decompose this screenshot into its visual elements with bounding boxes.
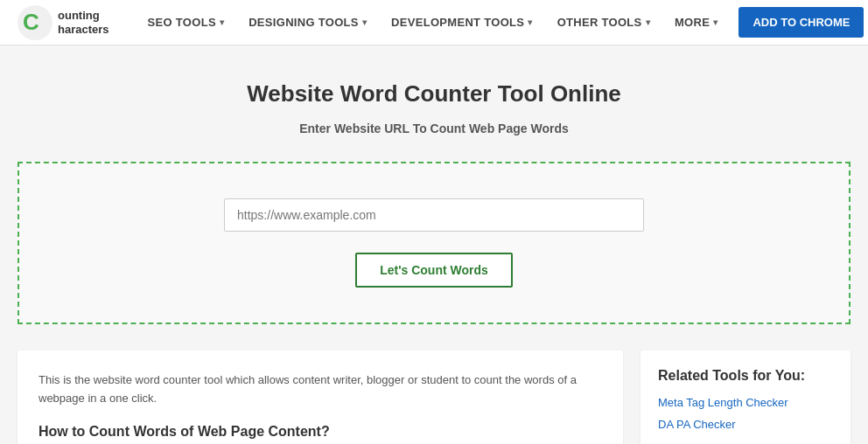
nav-more[interactable]: MORE ▾ [662,0,731,45]
sidebar-link-da-pa[interactable]: DA PA Checker [658,418,833,431]
chevron-down-icon: ▾ [362,17,367,27]
bottom-section: This is the website word counter tool wh… [0,350,868,444]
how-to-title: How to Count Words of Web Page Content? [38,424,602,440]
chevron-down-icon: ▾ [220,17,224,27]
related-tools-sidebar: Related Tools for You: Meta Tag Length C… [640,350,850,444]
hero-section: Website Word Counter Tool Online Enter W… [0,45,868,153]
header: C ounting haracters SEO TOOLS ▾ DESIGNIN… [0,0,868,45]
add-to-chrome-button[interactable]: ADD TO CHROME [738,7,864,38]
logo[interactable]: C ounting haracters [18,5,109,40]
sidebar-link-meta-tag[interactable]: Meta Tag Length Checker [658,396,833,409]
nav-development-tools[interactable]: DEVELOPMENT TOOLS ▾ [379,0,545,45]
url-input[interactable] [224,198,644,232]
page-title: Website Word Counter Tool Online [18,80,850,108]
logo-icon: C [18,5,52,40]
count-words-button[interactable]: Let's Count Words [355,253,513,288]
hero-subtitle: Enter Website URL To Count Web Page Word… [18,121,850,135]
nav-designing-tools[interactable]: DESIGNING TOOLS ▾ [236,0,379,45]
tool-box: Let's Count Words [18,162,850,324]
nav-seo-tools[interactable]: SEO TOOLS ▾ [136,0,237,45]
chevron-down-icon: ▾ [713,17,718,27]
tool-description: This is the website word counter tool wh… [38,371,602,408]
main-content: Website Word Counter Tool Online Enter W… [0,45,868,444]
chevron-down-icon: ▾ [528,17,532,27]
main-nav: SEO TOOLS ▾ DESIGNING TOOLS ▾ DEVELOPMEN… [136,0,731,45]
description-card: This is the website word counter tool wh… [18,350,623,444]
logo-text: ounting haracters [58,9,109,36]
svg-text:C: C [23,9,39,35]
related-tools-title: Related Tools for You: [658,368,833,384]
chevron-down-icon: ▾ [646,17,650,27]
nav-other-tools[interactable]: OTHER TOOLS ▾ [545,0,662,45]
